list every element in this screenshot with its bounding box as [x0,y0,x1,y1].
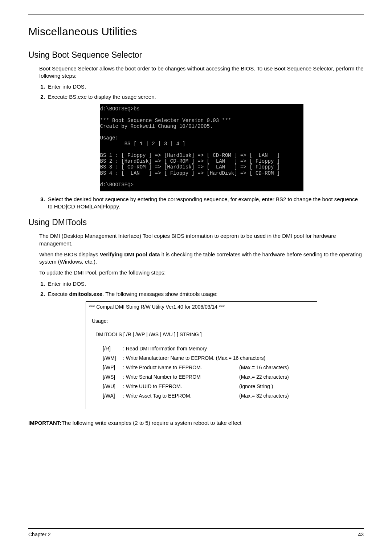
section2-intro2: When the BIOS displays Verifying DMI poo… [39,251,364,266]
dmi-flag: [/WP] [103,364,123,371]
section1-step3: Select the desired boot sequence by ente… [46,196,364,211]
dmi-desc: : Write Asset Tag to EEPROM. [123,392,239,400]
section2-heading: Using DMITools [28,217,364,228]
important-note: IMPORTANT:The following write examples (… [28,419,364,427]
dmi-row: [/WM] : Write Manufacturer Name to EEPRO… [103,354,314,362]
important-text: The following write examples (2 to 5) re… [61,420,241,426]
section1-steps-cont: Select the desired boot sequence by ente… [39,196,364,211]
footer-left: Chapter 2 [28,531,50,538]
dmi-flag: [/WU] [103,383,123,390]
section2-step1: Enter into DOS. [46,280,364,288]
dmi-max: (Max.= 22 characters) [239,373,289,381]
s2bold: dmitools.exe [69,291,102,297]
dmi-desc: : Write Serial Number to EEPROM [123,373,239,381]
dos-screenshot: d:\BOOTSEQ>bs *** Boot Sequence Selecter… [100,104,303,191]
intro2a: When the BIOS displays [39,251,100,257]
dmi-flag: [/WM] [103,354,123,362]
s2a: Execute [48,291,69,297]
dmi-cmd: DMITOOLS [ /R | /WP | /WS | /WU ] [ STRI… [95,331,314,338]
dmi-usage-box: *** Compal DMI String R/W Utility Ver1.4… [86,301,317,409]
dmi-row: [/WU] : Write UUID to EEPROM. (Ignore St… [103,383,314,390]
dmi-desc: : Write UUID to EEPROM. [123,383,239,390]
dmi-usage-label: Usage: [92,317,314,325]
dmi-row: [/WS] : Write Serial Number to EEPROM (M… [103,373,314,381]
dmi-row: [/R] : Read DMI Information from Memory [103,345,314,353]
page: Miscellaneous Utilities Using Boot Seque… [0,0,392,549]
section2-intro1: The DMI (Desktop Management Interface) T… [39,232,364,247]
dmi-max: (Max.= 32 characters) [239,392,289,400]
intro2bold: Verifying DMI pool data [100,251,160,257]
page-title: Miscellaneous Utilities [28,24,364,39]
dmi-flag: [/WS] [103,373,123,381]
section1-intro: Boot Sequence Selector allows the boot o… [39,65,364,80]
section2-steps: Enter into DOS. Execute dmitools.exe. Th… [39,280,364,298]
dmi-row: [/WA] : Write Asset Tag to EEPROM. (Max.… [103,392,314,400]
section1-body: Boot Sequence Selector allows the boot o… [39,65,364,211]
important-label: IMPORTANT: [28,420,61,426]
dmi-max: (Max.= 16 characters) [239,364,289,371]
dmi-flag: [/WA] [103,392,123,400]
top-rule [28,15,364,15]
dmi-desc: : Write Product Name to EEPROM. [123,364,239,371]
s2b: . The following messages show dmitools u… [102,291,217,297]
dmi-header: *** Compal DMI String R/W Utility Ver1.4… [89,303,314,311]
dmi-max: (Ignore String ) [239,383,273,390]
section2-body: The DMI (Desktop Management Interface) T… [39,232,364,409]
footer-right: 43 [358,531,364,538]
dmi-flag: [/R] [103,345,123,353]
section1-step2: Execute BS.exe to display the usage scre… [46,93,364,101]
dmi-desc: : Write Manufacturer Name to EEPROM. (Ma… [123,354,265,362]
footer: Chapter 2 43 [28,531,364,538]
dmi-desc: : Read DMI Information from Memory [123,345,239,353]
bottom-rule [28,528,364,529]
dmi-row: [/WP] : Write Product Name to EEPROM. (M… [103,364,314,371]
section2-step2: Execute dmitools.exe. The following mess… [46,290,364,298]
section1-step1: Enter into DOS. [46,83,364,90]
section1-steps: Enter into DOS. Execute BS.exe to displa… [39,83,364,101]
section1-heading: Using Boot Sequence Selector [28,49,364,61]
section2-intro3: To update the DMI Pool, perform the foll… [39,269,364,276]
